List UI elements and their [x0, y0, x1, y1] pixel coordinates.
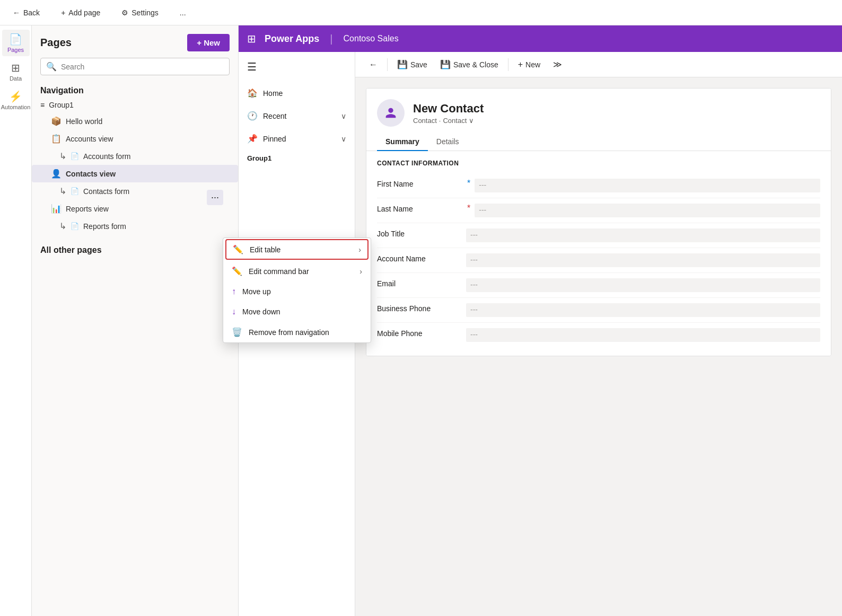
contacts-form-icon2: 📄 [71, 187, 79, 195]
form-new-label: New [525, 60, 540, 69]
accounts-form-label: Accounts form [83, 152, 130, 161]
home-label: Home [263, 89, 283, 98]
plus-icon: + [61, 8, 65, 17]
context-menu-edit-table[interactable]: ✏️ Edit table › [225, 239, 369, 260]
pages-label: Pages [7, 47, 24, 53]
automation-icon: ⚡ [9, 90, 22, 103]
all-other-pages-title: All other pages [32, 235, 238, 259]
business-phone-label: Business Phone [377, 303, 462, 313]
pinned-expand-icon: ∨ [341, 135, 346, 143]
first-name-label: First Name [377, 179, 462, 188]
save-button[interactable]: 💾 Save [392, 56, 433, 73]
reports-form-label: Reports form [83, 222, 126, 231]
hamburger-button[interactable]: ☰ [239, 52, 355, 82]
add-page-button[interactable]: + Add page [57, 6, 104, 19]
new-page-button[interactable]: + New [187, 34, 230, 51]
reports-view-icon: 📊 [51, 204, 62, 214]
hello-world-icon: 📦 [51, 116, 62, 126]
nav-item-accounts-view[interactable]: 📋 Accounts view [32, 130, 238, 147]
context-menu-edit-command-bar[interactable]: ✏️ Edit command bar › [223, 261, 371, 281]
form-more-button[interactable]: ≫ [548, 56, 567, 73]
settings-label: Settings [131, 8, 159, 17]
business-phone-value[interactable]: --- [466, 303, 820, 317]
sidebar-item-data[interactable]: ⊞ Data [2, 58, 30, 85]
contact-info: New Contact Contact · Contact ∨ [413, 102, 484, 125]
main-layout: 📄 Pages ⊞ Data ⚡ Automation Pages + New … [0, 25, 842, 616]
form-back-button[interactable]: ← [364, 57, 383, 73]
sidebar-item-automation[interactable]: ⚡ Automation [2, 87, 30, 113]
job-title-label: Job Title [377, 228, 462, 238]
save-close-button[interactable]: 💾 Save & Close [435, 56, 504, 73]
app-name: Power Apps [265, 33, 319, 45]
app-main: ← 💾 Save 💾 Save & Close + New [355, 52, 842, 616]
edit-table-arrow: › [358, 245, 361, 254]
pages-icon: 📄 [9, 33, 22, 46]
form-new-button[interactable]: + New [513, 57, 546, 73]
save-icon: 💾 [397, 59, 408, 69]
nav-item-accounts-form[interactable]: ↳ 📄 Accounts form [32, 147, 238, 165]
contact-type-chevron[interactable]: ∨ [469, 117, 474, 125]
form-body: New Contact Contact · Contact ∨ Summary [355, 77, 842, 616]
sidebar-item-pages[interactable]: 📄 Pages [2, 30, 30, 56]
first-name-value[interactable]: --- [475, 179, 820, 192]
tab-details[interactable]: Details [428, 133, 468, 151]
tab-summary[interactable]: Summary [377, 133, 428, 151]
home-icon: 🏠 [247, 88, 258, 98]
field-business-phone: Business Phone --- [377, 298, 820, 323]
contact-name: New Contact [413, 102, 484, 116]
contact-type1: Contact [413, 117, 437, 125]
data-label: Data [10, 75, 22, 82]
accounts-form-icon: ↳ [59, 151, 66, 161]
field-email: Email --- [377, 273, 820, 298]
field-last-name: Last Name * --- [377, 198, 820, 223]
form-more-icon: ≫ [553, 59, 562, 69]
form-new-icon: + [518, 60, 523, 69]
app-grid-icon[interactable]: ⊞ [247, 32, 256, 45]
account-name-value[interactable]: --- [466, 253, 820, 267]
last-name-required: * [467, 204, 470, 213]
nav-item-hello-world[interactable]: 📦 Hello world [32, 112, 238, 130]
nav-item-contacts-view[interactable]: 👤 Contacts view [32, 165, 238, 182]
pages-title: Pages [40, 37, 72, 49]
contact-header: New Contact Contact · Contact ∨ [366, 89, 831, 127]
recent-expand-icon: ∨ [341, 112, 346, 120]
gear-icon: ⚙ [121, 8, 128, 17]
reports-view-label: Reports view [66, 205, 109, 213]
pages-panel-header: Pages + New [32, 25, 238, 58]
first-name-required: * [467, 179, 470, 188]
more-button[interactable]: ... [176, 6, 190, 19]
app-nav-pinned[interactable]: 📌 Pinned ∨ [239, 127, 355, 150]
search-box[interactable]: 🔍 [40, 58, 230, 75]
context-menu-move-up[interactable]: ↑ Move up [223, 281, 371, 302]
email-value[interactable]: --- [466, 278, 820, 292]
contacts-view-label: Contacts view [66, 170, 116, 178]
settings-button[interactable]: ⚙ Settings [117, 6, 163, 19]
add-page-label: Add page [68, 8, 100, 17]
hello-world-label: Hello world [66, 117, 102, 126]
app-nav-home[interactable]: 🏠 Home [239, 82, 355, 104]
mobile-phone-value[interactable]: --- [466, 328, 820, 342]
contacts-form-icon: ↳ [59, 186, 66, 196]
context-menu-remove-navigation[interactable]: 🗑️ Remove from navigation [223, 322, 371, 342]
edit-table-icon: ✏️ [233, 244, 243, 254]
context-menu-move-down[interactable]: ↓ Move down [223, 302, 371, 322]
toolbar-divider-2 [508, 58, 508, 71]
app-subtitle: Contoso Sales [344, 34, 399, 43]
nav-group-label[interactable]: ≡ Group1 [32, 98, 238, 112]
back-button[interactable]: ← Back [8, 6, 44, 19]
move-up-icon: ↑ [232, 287, 236, 296]
automation-label: Automation [1, 104, 31, 110]
toolbar-divider-1 [387, 58, 388, 71]
contact-avatar [377, 99, 405, 127]
back-label: Back [23, 8, 40, 17]
contact-breadcrumb: Contact · Contact ∨ [413, 117, 484, 125]
nav-item-dots-button[interactable]: ··· [207, 190, 223, 205]
job-title-value[interactable]: --- [466, 228, 820, 242]
nav-item-reports-form[interactable]: ↳ 📄 Reports form [32, 217, 238, 235]
list-icon: ≡ [40, 101, 45, 109]
contact-card: New Contact Contact · Contact ∨ Summary [366, 88, 831, 356]
search-input[interactable] [61, 63, 224, 71]
last-name-value[interactable]: --- [475, 204, 820, 217]
app-nav-recent[interactable]: 🕐 Recent ∨ [239, 104, 355, 127]
navigation-section-title: Navigation [32, 82, 238, 98]
